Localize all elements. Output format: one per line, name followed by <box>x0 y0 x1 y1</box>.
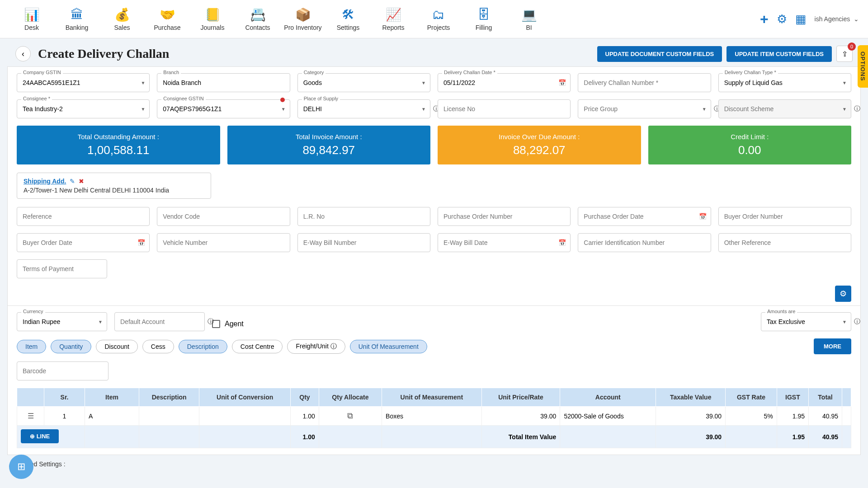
add-line-button[interactable]: ⊕ LINE <box>21 429 59 443</box>
vehicle-number-field <box>157 233 290 252</box>
apps-grid-icon: ⊞ <box>17 461 25 473</box>
upload-icon: ⇪ <box>842 50 848 58</box>
options-side-tab[interactable]: OPTIONS <box>858 45 868 88</box>
pill-quantity[interactable]: Quantity <box>51 340 91 353</box>
upload-badge: 0 <box>848 42 856 51</box>
summary-tiles: Total Outstanding Amount : 1,00,588.11 T… <box>17 126 851 164</box>
buyer-order-no-field <box>718 207 851 226</box>
floating-apps-button[interactable]: ⊞ <box>9 455 33 479</box>
buyer-order-date-field: 📅 <box>17 233 150 252</box>
header-actions: UPDATE DOCUMENT CUSTOM FIELDS UPDATE ITE… <box>597 46 853 62</box>
company-gstin-field[interactable]: Company GSTIN ▼ <box>17 73 150 92</box>
reports-icon: 📈 <box>386 7 401 22</box>
nav-contacts[interactable]: 📇Contacts <box>235 7 280 31</box>
tile-overdue: Invoice Over Due Amount : 88,292.07 <box>438 126 641 164</box>
branch-field[interactable]: Branch <box>157 73 290 92</box>
barcode-field <box>17 361 108 380</box>
back-button[interactable]: ‹ <box>15 46 31 61</box>
purchase-icon: 🤝 <box>160 7 175 22</box>
consignee-gstin-field[interactable]: Consignee GSTIN ▼ <box>157 99 290 118</box>
allocate-icon[interactable]: ⧉ <box>347 411 353 420</box>
nav-journals[interactable]: 📒Journals <box>190 7 235 31</box>
pill-discount[interactable]: Discount <box>96 340 137 353</box>
agency-dropdown[interactable]: ish Agencies ⌄ <box>815 15 859 23</box>
nav-reports[interactable]: 📈Reports <box>371 7 416 31</box>
update-doc-custom-fields-button[interactable]: UPDATE DOCUMENT CUSTOM FIELDS <box>597 46 722 62</box>
journals-icon: 📒 <box>205 7 221 22</box>
challan-date-field[interactable]: Delivery Challan Date * 📅 <box>438 73 571 92</box>
place-supply-field[interactable]: Place of Supply ▼ ⓘ <box>297 99 430 118</box>
nav-desk[interactable]: 📊Desk <box>9 7 54 31</box>
edit-icon[interactable]: ✎ <box>70 178 75 185</box>
update-item-custom-fields-button[interactable]: UPDATE ITEM CUSTOM FIELDS <box>726 46 832 62</box>
consignee-field[interactable]: Consignee * ▼ <box>17 99 150 118</box>
reference-field <box>17 207 150 226</box>
calendar-icon: 📅 <box>558 239 566 246</box>
nav-proinventory[interactable]: 📦Pro Inventory <box>280 7 326 31</box>
pill-description[interactable]: Description <box>179 340 227 353</box>
banking-icon: 🏛 <box>71 7 83 22</box>
drag-handle-icon[interactable]: ☰ <box>28 412 34 420</box>
carrier-id-field <box>578 233 711 252</box>
page-title: Create Delivery Challan <box>38 47 169 61</box>
nav-bi[interactable]: 💻BI <box>506 7 552 31</box>
info-icon[interactable]: ⓘ <box>854 105 860 113</box>
shipping-address-text: A-2/Tower-1 New Delhi Central DELHI 1100… <box>24 187 204 194</box>
plus-icon[interactable]: + <box>760 11 769 28</box>
challan-number-field[interactable] <box>578 73 711 92</box>
info-icon[interactable]: ⓘ <box>208 318 214 326</box>
upload-button[interactable]: ⇪ 0 <box>836 46 853 62</box>
default-account-field[interactable]: ⓘ <box>114 312 205 331</box>
nav-settings[interactable]: 🛠Settings <box>326 7 371 31</box>
po-date-field: 📅 <box>578 207 711 226</box>
nav-projects[interactable]: 🗂Projects <box>416 7 461 31</box>
apps-icon[interactable]: ▦ <box>795 12 807 26</box>
price-group-field[interactable]: ▼ ⓘ <box>578 99 711 118</box>
pill-freight[interactable]: Freight/Unit ⓘ <box>287 339 345 354</box>
shipping-add-link[interactable]: Shipping Add. <box>24 178 66 185</box>
po-number-field <box>438 207 571 226</box>
pill-uom[interactable]: Unit Of Measurement <box>350 340 427 353</box>
config-gear-button[interactable]: ⚙ <box>835 286 851 302</box>
form-container: Company GSTIN ▼ Branch Category ▼ Delive… <box>7 66 861 455</box>
pill-cess[interactable]: Cess <box>142 340 174 353</box>
table-totals-row: ⊕ LINE 1.00 Total Item Value 39.00 1.95 … <box>17 426 851 448</box>
close-icon[interactable]: ✖ <box>79 178 84 185</box>
tile-invoice: Total Invoice Amount : 89,842.97 <box>227 126 431 164</box>
inventory-icon: 📦 <box>295 7 311 22</box>
filling-icon: 🗄 <box>477 7 490 22</box>
pill-cost-centre[interactable]: Cost Centre <box>232 340 283 353</box>
nav-sales[interactable]: 💰Sales <box>99 7 145 31</box>
page-header: ‹ Create Delivery Challan UPDATE DOCUMEN… <box>0 38 868 66</box>
table-row[interactable]: ☰ 1 A 1.00 ⧉ Boxes 39.00 52000-Sale of G… <box>17 407 851 426</box>
challan-type-field[interactable]: Delivery Challan Type * ▼ <box>718 73 851 92</box>
desk-icon: 📊 <box>24 7 40 22</box>
amounts-are-field[interactable]: Amounts are ▼ ⓘ <box>761 312 851 331</box>
currency-field[interactable]: Currency ▼ <box>17 312 107 331</box>
nav-filling[interactable]: 🗄Filling <box>461 7 506 31</box>
eway-bill-number-field <box>297 233 430 252</box>
category-field[interactable]: Category ▼ <box>297 73 430 92</box>
settings-icon: 🛠 <box>342 7 354 22</box>
nav-purchase[interactable]: 🤝Purchase <box>145 7 190 31</box>
top-nav: 📊Desk 🏛Banking 💰Sales 🤝Purchase 📒Journal… <box>0 0 868 38</box>
contacts-icon: 📇 <box>250 7 266 22</box>
items-table: Sr. Item Description Unit of Conversion … <box>17 388 851 448</box>
agent-label: Agent <box>225 320 244 328</box>
divider <box>8 305 860 306</box>
advanced-settings-label[interactable]: Advanced Settings : <box>0 455 868 469</box>
shipping-address-box: Shipping Add. ✎ ✖ A-2/Tower-1 New Delhi … <box>17 173 211 199</box>
license-no-field[interactable] <box>438 99 571 118</box>
pill-item[interactable]: Item <box>17 340 46 353</box>
gear-icon[interactable]: ⚙ <box>777 12 787 26</box>
more-button[interactable]: MORE <box>814 338 851 354</box>
calendar-icon: 📅 <box>699 213 707 220</box>
info-icon[interactable]: ⓘ <box>854 318 860 326</box>
discount-scheme-field[interactable]: ▼ ⓘ <box>718 99 851 118</box>
tile-outstanding: Total Outstanding Amount : 1,00,588.11 <box>17 126 220 164</box>
bi-icon: 💻 <box>521 7 537 22</box>
table-header-row: Sr. Item Description Unit of Conversion … <box>17 388 851 407</box>
agent-checkbox-wrap[interactable]: Agent <box>212 312 244 331</box>
nav-banking[interactable]: 🏛Banking <box>54 7 99 31</box>
terms-payment-field <box>17 259 107 278</box>
